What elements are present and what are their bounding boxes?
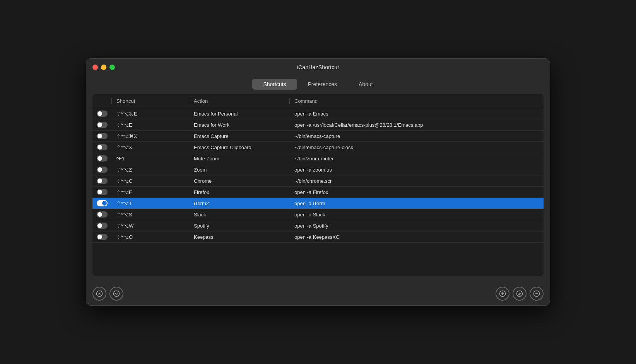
edit-button[interactable] xyxy=(513,287,527,301)
action-cell: Emacs for Personal xyxy=(189,111,290,117)
toggle-switch[interactable] xyxy=(97,234,108,240)
shortcut-cell: ⇧^⌥⌘E xyxy=(112,111,189,117)
command-cell: open -a zoom.us xyxy=(290,167,544,173)
action-cell: Emacs for Work xyxy=(189,122,290,128)
table-body: ⇧^⌥⌘EEmacs for Personalopen -a Emacs⇧^⌥E… xyxy=(92,108,544,276)
table-row[interactable]: ⇧^⌥TiTerm2open -a iTerm xyxy=(92,198,544,209)
toggle-switch[interactable] xyxy=(97,155,108,162)
close-button[interactable] xyxy=(92,65,98,70)
shortcut-cell: ⇧^⌥T xyxy=(112,201,189,206)
maximize-button[interactable] xyxy=(109,65,115,70)
svg-point-0 xyxy=(97,291,103,297)
command-cell: open -a Slack xyxy=(290,212,544,218)
action-cell: Mute Zoom xyxy=(189,156,290,162)
command-cell: ~/bin/zoom-muter xyxy=(290,156,544,162)
shortcut-cell: ⇧^⌥O xyxy=(112,234,189,240)
toggle-cell xyxy=(92,211,112,218)
shortcut-cell: ⇧^⌥W xyxy=(112,223,189,229)
table-row[interactable]: ⇧^⌥CChrome~/bin/chrome.scr xyxy=(92,175,544,187)
add-button[interactable] xyxy=(496,287,509,301)
minus-icon xyxy=(533,290,540,297)
toggle-switch[interactable] xyxy=(97,122,108,128)
action-cell: Keepass xyxy=(189,234,290,240)
toggle-cell xyxy=(92,155,112,162)
shortcut-cell: ⇧^⌥S xyxy=(112,212,189,218)
toggle-cell xyxy=(92,144,112,150)
command-cell: ~/bin/emacs-capture-clock xyxy=(290,145,544,150)
command-cell: open -a Spotify xyxy=(290,223,544,229)
tab-about[interactable]: About xyxy=(348,79,384,90)
action-cell: iTerm2 xyxy=(189,201,290,206)
toggle-cell xyxy=(92,234,112,240)
command-cell: ~/bin/emacs-capture xyxy=(290,133,544,139)
toggle-switch[interactable] xyxy=(97,144,108,150)
toggle-switch[interactable] xyxy=(97,223,108,229)
footer xyxy=(86,282,550,305)
shortcut-cell: ⇧^⌥Z xyxy=(112,167,189,173)
toggle-cell xyxy=(92,189,112,195)
shortcut-cell: ^F1 xyxy=(112,156,189,162)
footer-left xyxy=(92,287,123,301)
pencil-icon xyxy=(516,290,523,297)
toggle-switch[interactable] xyxy=(97,178,108,184)
toggle-switch[interactable] xyxy=(97,111,108,117)
table-row[interactable]: ⇧^⌥EEmacs for Workopen -a /usr/local/Cel… xyxy=(92,119,544,131)
table-row[interactable]: ⇧^⌥⌘XEmacs Capture~/bin/emacs-capture xyxy=(92,131,544,142)
shortcut-cell: ⇧^⌥⌘X xyxy=(112,133,189,139)
table-row[interactable]: ^F1Mute Zoom~/bin/zoom-muter xyxy=(92,153,544,164)
command-cell: ~/bin/chrome.scr xyxy=(290,178,544,184)
toggle-switch[interactable] xyxy=(97,167,108,173)
table-row[interactable]: ⇧^⌥OKeepassopen -a KeepassXC xyxy=(92,231,544,243)
header-toggle xyxy=(92,98,112,104)
toggle-switch[interactable] xyxy=(97,189,108,195)
table-row[interactable]: ⇧^⌥FFirefoxopen -a Firefox xyxy=(92,187,544,198)
move-up-button[interactable] xyxy=(92,287,106,301)
shortcut-cell: ⇧^⌥X xyxy=(112,145,189,150)
arrow-down-icon xyxy=(113,290,120,297)
action-cell: Firefox xyxy=(189,189,290,195)
window-controls xyxy=(92,65,115,70)
table-row[interactable]: ⇧^⌥XEmacs Capture Clipboard~/bin/emacs-c… xyxy=(92,142,544,153)
table-row[interactable]: ⇧^⌥ZZoomopen -a zoom.us xyxy=(92,164,544,175)
toggle-cell xyxy=(92,200,112,206)
tab-shortcuts[interactable]: Shortcuts xyxy=(252,79,297,90)
table-row[interactable]: ⇧^⌥SSlackopen -a Slack xyxy=(92,209,544,220)
move-down-button[interactable] xyxy=(109,287,123,301)
toggle-cell xyxy=(92,178,112,184)
action-cell: Chrome xyxy=(189,178,290,184)
remove-button[interactable] xyxy=(530,287,544,301)
table-row[interactable]: ⇧^⌥WSpotifyopen -a Spotify xyxy=(92,220,544,231)
tab-bar: Shortcuts Preferences About xyxy=(86,76,550,94)
command-cell: open -a Emacs xyxy=(290,111,544,117)
header-action: Action xyxy=(189,98,290,104)
toggle-cell xyxy=(92,223,112,229)
action-cell: Spotify xyxy=(189,223,290,229)
toggle-cell xyxy=(92,111,112,117)
table-header: Shortcut Action Command xyxy=(92,94,544,108)
action-cell: Zoom xyxy=(189,167,290,173)
toggle-cell xyxy=(92,122,112,128)
minimize-button[interactable] xyxy=(101,65,106,70)
action-cell: Slack xyxy=(189,212,290,218)
svg-point-1 xyxy=(114,291,120,297)
shortcut-cell: ⇧^⌥C xyxy=(112,178,189,184)
shortcut-cell: ⇧^⌥F xyxy=(112,189,189,195)
app-window: iCanHazShortcut Shortcuts Preferences Ab… xyxy=(86,58,550,306)
action-cell: Emacs Capture xyxy=(189,133,290,139)
toggle-switch[interactable] xyxy=(97,211,108,218)
toggle-cell xyxy=(92,133,112,139)
shortcut-cell: ⇧^⌥E xyxy=(112,122,189,128)
toggle-switch[interactable] xyxy=(97,133,108,139)
command-cell: open -a KeepassXC xyxy=(290,234,544,240)
header-shortcut: Shortcut xyxy=(112,98,189,104)
table-row[interactable]: ⇧^⌥⌘EEmacs for Personalopen -a Emacs xyxy=(92,108,544,119)
command-cell: open -a iTerm xyxy=(290,201,544,206)
footer-right xyxy=(496,287,544,301)
tab-preferences[interactable]: Preferences xyxy=(297,79,348,90)
content-area: Shortcut Action Command ⇧^⌥⌘EEmacs for P… xyxy=(92,94,544,276)
arrow-up-icon xyxy=(96,290,103,297)
window-title: iCanHazShortcut xyxy=(297,64,339,70)
plus-icon xyxy=(499,290,506,297)
command-cell: open -a Firefox xyxy=(290,189,544,195)
toggle-switch[interactable] xyxy=(97,200,108,206)
